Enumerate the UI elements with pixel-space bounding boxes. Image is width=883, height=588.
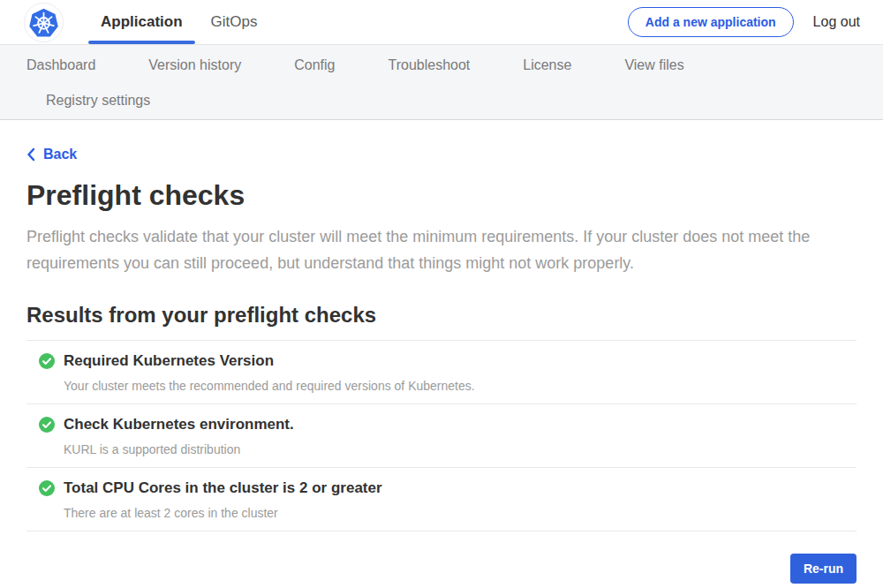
- subnav-item-license[interactable]: License: [523, 57, 571, 74]
- check-title: Required Kubernetes Version: [64, 352, 857, 370]
- preflight-result-row: Required Kubernetes Version Your cluster…: [26, 340, 857, 403]
- back-link[interactable]: Back: [26, 147, 77, 162]
- subnav-row-1: Dashboard Version history Config Trouble…: [26, 57, 857, 74]
- add-new-application-button[interactable]: Add a new application: [628, 7, 794, 37]
- preflight-page: Back Preflight checks Preflight checks v…: [0, 120, 883, 584]
- check-circle-icon: [39, 353, 55, 369]
- check-title: Total CPU Cores in the cluster is 2 or g…: [64, 479, 857, 497]
- page-description: Preflight checks validate that your clus…: [26, 223, 857, 276]
- tab-gitops[interactable]: GitOps: [199, 0, 270, 44]
- tab-application-label: Application: [101, 13, 183, 31]
- top-nav: Application GitOps Add a new application…: [0, 0, 883, 44]
- subnav-item-troubleshoot[interactable]: Troubleshoot: [388, 57, 470, 74]
- app-subnav: Dashboard Version history Config Trouble…: [0, 44, 883, 120]
- check-message: Your cluster meets the recommended and r…: [64, 379, 857, 393]
- subnav-item-registry-settings[interactable]: Registry settings: [46, 92, 150, 109]
- check-circle-icon: [39, 417, 55, 433]
- preflight-result-row: Check Kubernetes environment. KURL is a …: [26, 403, 857, 467]
- check-message: There are at least 2 cores in the cluste…: [64, 506, 857, 520]
- subnav-item-config[interactable]: Config: [294, 57, 335, 74]
- check-circle-icon: [39, 480, 55, 496]
- subnav-item-version-history[interactable]: Version history: [148, 57, 241, 74]
- page-actions: Re-run: [26, 554, 857, 584]
- results-heading: Results from your preflight checks: [26, 303, 857, 328]
- page-title: Preflight checks: [26, 177, 857, 213]
- kubernetes-logo-icon[interactable]: [24, 3, 64, 42]
- preflight-result-row: Total CPU Cores in the cluster is 2 or g…: [26, 467, 857, 531]
- page-description-line-2: requirements you can still proceed, but …: [26, 250, 857, 276]
- check-title: Check Kubernetes environment.: [64, 416, 857, 433]
- logout-link[interactable]: Log out: [813, 14, 860, 30]
- subnav-item-view-files[interactable]: View files: [624, 57, 683, 74]
- page-description-line-1: Preflight checks validate that your clus…: [26, 223, 857, 250]
- preflight-results-list: Required Kubernetes Version Your cluster…: [26, 340, 857, 531]
- check-message: KURL is a supported distribution: [64, 442, 857, 456]
- subnav-item-dashboard[interactable]: Dashboard: [26, 57, 95, 74]
- subnav-row-2: Registry settings: [46, 92, 857, 109]
- tab-application[interactable]: Application: [88, 0, 195, 44]
- back-link-label: Back: [43, 147, 77, 162]
- chevron-left-icon: [26, 147, 35, 162]
- tab-gitops-label: GitOps: [211, 13, 258, 31]
- rerun-button[interactable]: Re-run: [790, 554, 857, 584]
- primary-tabs: Application GitOps: [87, 0, 271, 44]
